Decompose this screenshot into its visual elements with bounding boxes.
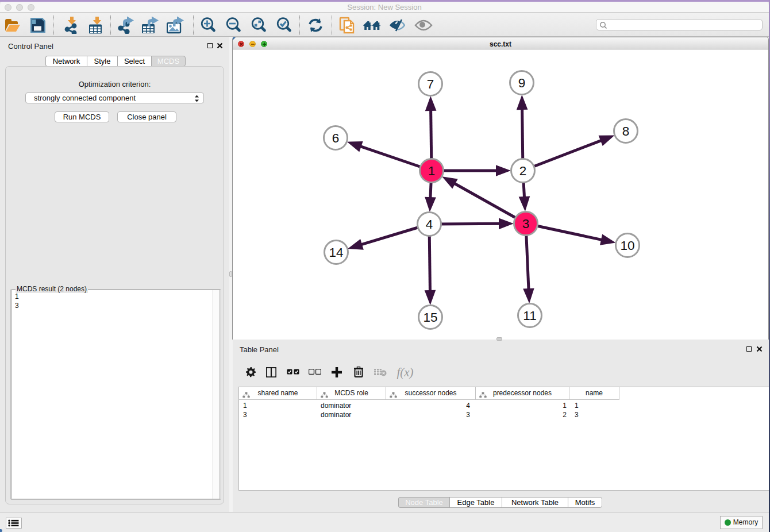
svg-text:4: 4 bbox=[426, 217, 433, 232]
svg-text:15: 15 bbox=[423, 310, 437, 325]
svg-text:3: 3 bbox=[522, 217, 530, 231]
svg-text:2: 2 bbox=[519, 164, 527, 178]
svg-text:1: 1 bbox=[428, 164, 436, 178]
svg-text:9: 9 bbox=[518, 76, 526, 90]
svg-text:6: 6 bbox=[332, 131, 340, 145]
svg-text:10: 10 bbox=[620, 238, 634, 253]
svg-text:14: 14 bbox=[329, 245, 343, 260]
svg-text:8: 8 bbox=[622, 124, 630, 138]
svg-text:11: 11 bbox=[523, 309, 536, 323]
svg-text:7: 7 bbox=[427, 77, 434, 91]
